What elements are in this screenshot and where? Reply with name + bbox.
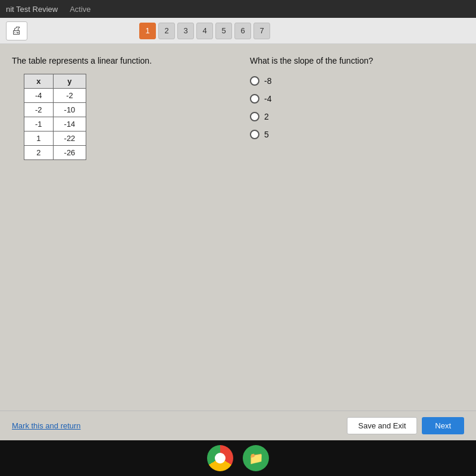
table-cell: -2 xyxy=(53,89,86,103)
table-row: -4-2 xyxy=(24,89,86,103)
table-body: -4-2-2-10-1-141-222-26 xyxy=(24,89,86,160)
bottom-bar: Mark this and return Save and Exit Next xyxy=(0,411,476,440)
top-bar-status: Active xyxy=(70,5,90,14)
page-btn-1[interactable]: 1 xyxy=(139,23,156,39)
right-question-text: What is the slope of the function? xyxy=(250,56,464,65)
col-header-x: x xyxy=(24,74,54,89)
page-btn-2[interactable]: 2 xyxy=(158,23,175,39)
page-btn-5[interactable]: 5 xyxy=(215,23,232,39)
table-cell: -2 xyxy=(24,103,54,117)
left-side: The table represents a linear function. … xyxy=(12,56,226,411)
radio-circle xyxy=(250,76,259,86)
answer-option-3[interactable]: 2 xyxy=(250,112,464,121)
files-icon[interactable]: 📁 xyxy=(243,445,269,471)
taskbar: 📁 xyxy=(0,440,476,476)
col-header-y: y xyxy=(53,74,86,89)
mark-return-link[interactable]: Mark this and return xyxy=(12,421,81,430)
table-cell: -26 xyxy=(53,146,86,160)
page-btn-4[interactable]: 4 xyxy=(196,23,213,39)
chrome-icon[interactable] xyxy=(207,445,233,471)
radio-circle xyxy=(250,94,259,104)
table-cell: -22 xyxy=(53,131,86,146)
page-btn-7[interactable]: 7 xyxy=(253,23,270,39)
page-btn-6[interactable]: 6 xyxy=(234,23,251,39)
print-icon: 🖨 xyxy=(11,24,22,37)
table-cell: -10 xyxy=(53,103,86,117)
answer-option-4[interactable]: 5 xyxy=(250,130,464,139)
table-cell: -14 xyxy=(53,117,86,131)
table-row: 2-26 xyxy=(24,146,86,160)
bottom-right-buttons: Save and Exit Next xyxy=(347,417,464,434)
pagination: 1234567 xyxy=(139,23,270,39)
table-cell: 2 xyxy=(24,146,54,160)
table-row: 1-22 xyxy=(24,131,86,146)
print-button[interactable]: 🖨 xyxy=(6,21,27,40)
toolbar: 🖨 1234567 xyxy=(0,18,476,44)
answer-label: 5 xyxy=(264,130,269,139)
table-row: -2-10 xyxy=(24,103,86,117)
top-bar: nit Test Review Active xyxy=(0,0,476,18)
save-exit-button[interactable]: Save and Exit xyxy=(347,417,417,434)
left-question-text: The table represents a linear function. xyxy=(12,56,226,65)
radio-circle xyxy=(250,112,259,121)
top-bar-title: nit Test Review xyxy=(6,5,58,14)
table-cell: -1 xyxy=(24,117,54,131)
answer-option-2[interactable]: -4 xyxy=(250,94,464,104)
table-cell: -4 xyxy=(24,89,54,103)
radio-circle xyxy=(250,130,259,139)
table-cell: 1 xyxy=(24,131,54,146)
answer-label: -4 xyxy=(264,94,271,104)
answer-label: -8 xyxy=(264,76,271,86)
answer-label: 2 xyxy=(264,112,269,121)
next-button[interactable]: Next xyxy=(422,417,464,434)
answer-option-1[interactable]: -8 xyxy=(250,76,464,86)
page-btn-3[interactable]: 3 xyxy=(177,23,194,39)
question-area: The table represents a linear function. … xyxy=(12,56,464,411)
answer-options: -8-425 xyxy=(250,76,464,139)
data-table: x y -4-2-2-10-1-141-222-26 xyxy=(24,74,86,160)
table-row: -1-14 xyxy=(24,117,86,131)
right-side: What is the slope of the function? -8-42… xyxy=(238,56,464,411)
main-content: The table represents a linear function. … xyxy=(0,44,476,411)
